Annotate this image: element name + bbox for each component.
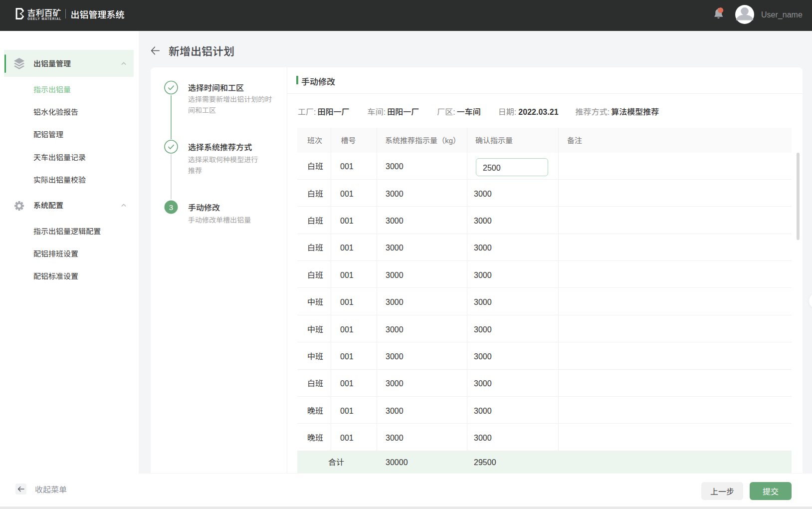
svg-text:3: 3 xyxy=(169,203,173,212)
